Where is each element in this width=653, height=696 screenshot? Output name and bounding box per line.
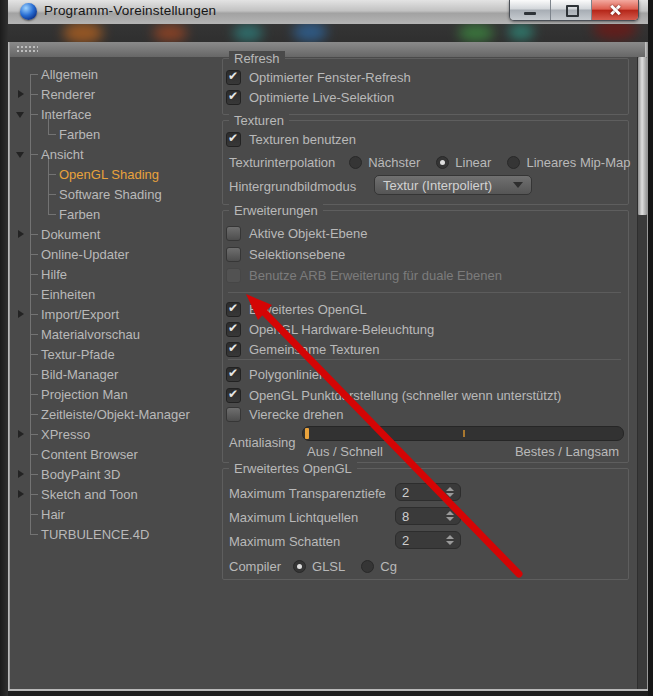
sidebar-item-label: Hair — [41, 507, 65, 522]
sidebar-item-content-browser[interactable]: Content Browser — [10, 444, 220, 464]
sidebar-item-label: Materialvorschau — [41, 327, 140, 342]
sidebar-item-label: TURBULENCE.4D — [41, 527, 149, 542]
select-value: Textur (Interpoliert) — [383, 178, 513, 193]
checkbox-row[interactable]: Optimierte Live-Selektion — [226, 88, 394, 106]
field-label: Texturinterpolation — [229, 155, 335, 170]
spinner-arrows-icon[interactable] — [446, 535, 454, 545]
slider-min-label: Aus / Schnell — [307, 442, 383, 460]
transparenztiefe-spinner[interactable]: 2 — [395, 483, 461, 501]
tree-line — [30, 474, 38, 475]
sidebar-item-materialvorschau[interactable]: Materialvorschau — [10, 324, 220, 344]
checkbox-checked-icon[interactable] — [226, 322, 241, 337]
sidebar-item-interface[interactable]: Interface — [10, 104, 220, 124]
tree-line — [48, 214, 56, 215]
sidebar-item-allgemein[interactable]: Allgemein — [10, 64, 220, 84]
radio-unselected-icon[interactable] — [507, 156, 520, 169]
tree-line — [30, 114, 38, 115]
checkbox-row[interactable]: OpenGL Punktdarstellung (schneller wenn … — [226, 386, 561, 404]
antialiasing-label-row: Antialiasing — [229, 433, 296, 451]
sidebar-item-turbulence4d[interactable]: TURBULENCE.4D — [10, 524, 220, 544]
minimize-button[interactable] — [510, 0, 551, 20]
slider-handle[interactable] — [305, 428, 309, 439]
checkbox-row[interactable]: OpenGL Hardware-Beleuchtung — [226, 320, 434, 338]
radio-label: Linear — [455, 155, 491, 170]
tree-collapsed-icon[interactable] — [18, 490, 24, 498]
checkbox-unchecked-icon[interactable] — [226, 247, 241, 262]
erweiterungen-group: Erweiterungen Aktive Objekt-Ebene Selekt… — [222, 210, 629, 463]
sidebar-item-online-updater[interactable]: Online-Updater — [10, 244, 220, 264]
sidebar-item-bild-manager[interactable]: Bild-Manager — [10, 364, 220, 384]
spinner-value: 2 — [402, 533, 446, 548]
checkbox-row[interactable]: Vierecke drehen — [226, 405, 343, 423]
sidebar-item-renderer[interactable]: Renderer — [10, 84, 220, 104]
divider — [228, 359, 621, 360]
divider — [228, 292, 621, 293]
radio-unselected-icon[interactable] — [349, 156, 362, 169]
schatten-spinner[interactable]: 2 — [395, 531, 461, 549]
hintergrundbildmodus-select[interactable]: Textur (Interpoliert) — [374, 175, 532, 195]
checkbox-checked-icon[interactable] — [226, 90, 241, 105]
checkbox-checked-icon[interactable] — [226, 388, 241, 403]
radio-selected-icon[interactable] — [436, 156, 449, 169]
antialiasing-slider[interactable] — [302, 426, 624, 441]
tree-expanded-icon[interactable] — [16, 152, 24, 158]
checkbox-row[interactable]: Texturen benutzen — [226, 130, 356, 148]
sidebar-item-hair[interactable]: Hair — [10, 504, 220, 524]
sidebar-item-einheiten[interactable]: Einheiten — [10, 284, 220, 304]
sidebar-item-farben-ansicht[interactable]: Farben — [10, 204, 220, 224]
sidebar-item-label: Online-Updater — [41, 247, 129, 262]
tree-collapsed-icon[interactable] — [18, 90, 24, 98]
radio-unselected-icon[interactable] — [361, 560, 374, 573]
sidebar-item-label: Textur-Pfade — [41, 347, 115, 362]
window-title: Programm-Voreinstellungen — [44, 3, 216, 18]
background-blur — [153, 24, 187, 42]
sidebar-item-zeitleiste[interactable]: Zeitleiste/Objekt-Manager — [10, 404, 220, 424]
close-button[interactable] — [592, 0, 638, 20]
tree-line — [48, 194, 56, 195]
scrollbar-thumb[interactable] — [638, 57, 647, 215]
sidebar-item-textur-pfade[interactable]: Textur-Pfade — [10, 344, 220, 364]
tree-collapsed-icon[interactable] — [18, 230, 24, 238]
scrollbar[interactable] — [637, 57, 647, 689]
sidebar-item-ansicht[interactable]: Ansicht — [10, 144, 220, 164]
checkbox-checked-icon[interactable] — [226, 302, 241, 317]
checkbox-checked-icon[interactable] — [226, 367, 241, 382]
sidebar-item-bodypaint[interactable]: BodyPaint 3D — [10, 464, 220, 484]
maximize-button[interactable] — [551, 0, 592, 20]
spinner-row: Maximum Transparenztiefe — [229, 484, 386, 502]
chevron-down-icon — [513, 182, 523, 188]
radio-selected-icon[interactable] — [293, 560, 306, 573]
sidebar-item-projection-man[interactable]: Projection Man — [10, 384, 220, 404]
tree-line — [30, 434, 38, 435]
sidebar-item-xpresso[interactable]: XPresso — [10, 424, 220, 444]
checkbox-row[interactable]: Optimierter Fenster-Refresh — [226, 68, 411, 86]
lichtquellen-spinner[interactable]: 8 — [395, 507, 461, 525]
checkbox-row[interactable]: Aktive Objekt-Ebene — [226, 224, 368, 242]
checkbox-label: Optimierte Live-Selektion — [249, 90, 394, 105]
checkbox-row-erweitertes-opengl[interactable]: Erweitertes OpenGL — [226, 300, 367, 318]
checkbox-row[interactable]: Selektionsebene — [226, 245, 345, 263]
checkbox-unchecked-icon[interactable] — [226, 226, 241, 241]
sidebar-item-opengl-shading[interactable]: OpenGL Shading — [10, 164, 220, 184]
sidebar-item-farben-interface[interactable]: Farben — [10, 124, 220, 144]
sidebar-item-label: Projection Man — [41, 387, 128, 402]
tree-collapsed-icon[interactable] — [18, 310, 24, 318]
tree-collapsed-icon[interactable] — [18, 470, 24, 478]
tree-collapsed-icon[interactable] — [18, 430, 24, 438]
sidebar-item-dokument[interactable]: Dokument — [10, 224, 220, 244]
checkbox-row[interactable]: Polygonlinien — [226, 365, 326, 383]
checkbox-unchecked-icon[interactable] — [226, 407, 241, 422]
sidebar-item-hilfe[interactable]: Hilfe — [10, 264, 220, 284]
checkbox-checked-icon[interactable] — [226, 70, 241, 85]
sidebar-item-import-export[interactable]: Import/Export — [10, 304, 220, 324]
sidebar-item-sketch-and-toon[interactable]: Sketch and Toon — [10, 484, 220, 504]
sidebar-item-software-shading[interactable]: Software Shading — [10, 184, 220, 204]
checkbox-checked-icon[interactable] — [226, 132, 241, 147]
spinner-arrows-icon[interactable] — [446, 511, 454, 521]
drag-grip-icon[interactable] — [16, 45, 38, 54]
checkbox-checked-icon[interactable] — [226, 342, 241, 357]
checkbox-row[interactable]: Gemeinsame Texturen — [226, 340, 380, 358]
spinner-arrows-icon[interactable] — [446, 487, 454, 497]
tree-expanded-icon[interactable] — [16, 112, 24, 118]
group-title: Erweiterungen — [229, 203, 323, 218]
